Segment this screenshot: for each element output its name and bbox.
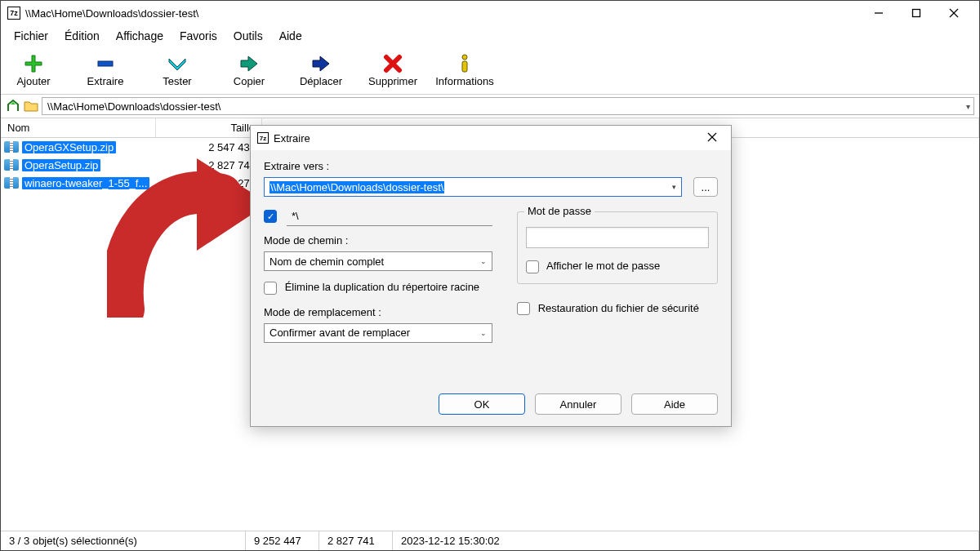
overwrite-select[interactable]: Confirmer avant de remplacer ⌄ [264, 323, 492, 343]
status-date: 2023-12-12 15:30:02 [393, 531, 979, 550]
chevron-down-icon[interactable]: ▾ [966, 102, 970, 111]
info-label: Informations [435, 75, 494, 87]
minus-icon [94, 54, 117, 73]
dialog-close-button[interactable] [700, 131, 724, 144]
maximize-button[interactable] [898, 1, 935, 25]
column-name[interactable]: Nom [1, 118, 156, 137]
path-mode-select[interactable]: Nom de chemin complet ⌄ [264, 251, 492, 271]
path-value: \\Mac\Home\Downloads\dossier-test\ [47, 100, 220, 113]
file-size: 2 827 741 [156, 159, 262, 171]
help-button[interactable]: Aide [631, 393, 718, 415]
file-name: OperaSetup.zip [22, 159, 100, 171]
arrow-right-move-icon [310, 54, 332, 73]
close-icon [707, 132, 717, 142]
overwrite-value: Confirmer avant de remplacer [270, 327, 410, 339]
chevron-down-icon[interactable]: ⌄ [480, 329, 487, 337]
chevron-down-icon[interactable]: ⌄ [480, 257, 487, 265]
show-password-label: Afficher le mot de passe [546, 260, 660, 272]
extract-button[interactable]: Extraire [81, 54, 130, 87]
add-button[interactable]: Ajouter [9, 54, 58, 87]
path-mode-label: Mode de chemin : [264, 234, 492, 247]
menu-fav[interactable]: Favoris [172, 27, 225, 45]
subdir-value: *\ [292, 210, 299, 222]
file-name: winaero-tweaker_1-55_f... [22, 177, 149, 189]
plus-icon [22, 54, 45, 73]
check-icon [166, 54, 189, 73]
archive-icon [4, 141, 19, 153]
browse-button[interactable]: ... [693, 177, 718, 197]
dialog-titlebar: 7z Extraire [251, 126, 731, 150]
password-legend: Mot de passe [524, 205, 595, 217]
extract-to-value: \\Mac\Home\Downloads\dossier-test\ [270, 181, 444, 193]
close-button[interactable] [935, 1, 973, 25]
file-size: 3 877 275 [156, 177, 262, 189]
overwrite-label: Mode de remplacement : [264, 306, 492, 318]
toolbar: Ajouter Extraire Tester Copier Déplacer … [1, 47, 979, 94]
copy-button[interactable]: Copier [225, 54, 274, 87]
cancel-button[interactable]: Annuler [535, 393, 621, 415]
delete-button[interactable]: Supprimer [368, 54, 417, 87]
move-label: Déplacer [300, 75, 342, 87]
menubar: Fichier Édition Affichage Favoris Outils… [1, 25, 979, 47]
seven-zip-window: 7z \\Mac\Home\Downloads\dossier-test\ Fi… [0, 0, 980, 551]
menu-help[interactable]: Aide [271, 27, 310, 45]
path-mode-value: Nom de chemin complet [270, 256, 384, 268]
show-password-checkbox[interactable] [526, 260, 539, 273]
password-group: Mot de passe Afficher le mot de passe [517, 211, 718, 284]
svg-rect-6 [462, 61, 467, 72]
svg-rect-4 [98, 61, 113, 66]
pathbar: \\Mac\Home\Downloads\dossier-test\ ▾ [1, 94, 979, 118]
menu-edit[interactable]: Édition [56, 27, 108, 45]
subdir-checkbox[interactable]: ✓ [264, 210, 277, 223]
extract-to-field[interactable]: \\Mac\Home\Downloads\dossier-test\ ▾ [264, 177, 682, 197]
file-size: 2 547 431 [156, 141, 262, 153]
move-button[interactable]: Déplacer [296, 54, 345, 87]
file-name: OperaGXSetup.zip [22, 141, 116, 153]
x-icon [381, 54, 404, 73]
folder-icon [24, 100, 38, 113]
eliminate-dup-label: Élimine la duplication du répertoire rac… [285, 281, 479, 293]
svg-point-5 [462, 55, 467, 60]
extract-dialog: 7z Extraire Extraire vers : \\Mac\Home\D… [250, 125, 732, 427]
archive-icon [4, 159, 19, 171]
up-folder-icon[interactable] [6, 99, 20, 113]
path-field[interactable]: \\Mac\Home\Downloads\dossier-test\ ▾ [42, 97, 974, 115]
svg-rect-1 [913, 10, 920, 17]
app-icon: 7z [257, 132, 269, 144]
titlebar: 7z \\Mac\Home\Downloads\dossier-test\ [1, 1, 979, 25]
extract-label: Extraire [87, 75, 124, 87]
restore-security-checkbox[interactable] [517, 302, 530, 315]
info-icon [453, 54, 476, 73]
info-button[interactable]: Informations [440, 54, 489, 87]
window-title: \\Mac\Home\Downloads\dossier-test\ [25, 7, 860, 20]
minimize-button[interactable] [860, 1, 898, 25]
column-size[interactable]: Taille [156, 118, 262, 137]
dialog-title: Extraire [274, 132, 700, 144]
app-icon: 7z [7, 7, 20, 20]
ok-button[interactable]: OK [439, 393, 525, 415]
subdir-field[interactable]: *\ [287, 207, 492, 226]
status-sel-size: 2 827 741 [319, 531, 393, 550]
status-selection: 3 / 3 objet(s) sélectionné(s) [1, 531, 246, 550]
menu-view[interactable]: Affichage [108, 27, 172, 45]
archive-icon [4, 177, 19, 189]
statusbar: 3 / 3 objet(s) sélectionné(s) 9 252 447 … [1, 531, 979, 550]
delete-label: Supprimer [368, 75, 417, 87]
test-button[interactable]: Tester [153, 54, 202, 87]
eliminate-dup-checkbox[interactable] [264, 282, 277, 295]
restore-security-label: Restauration du fichier de sécurité [538, 302, 699, 314]
menu-tools[interactable]: Outils [225, 27, 271, 45]
test-label: Tester [163, 75, 191, 87]
menu-file[interactable]: Fichier [6, 27, 56, 45]
add-label: Ajouter [16, 75, 50, 87]
status-total: 9 252 447 [246, 531, 319, 550]
extract-to-label: Extraire vers : [264, 160, 718, 172]
arrow-right-copy-icon [238, 54, 261, 73]
copy-label: Copier [234, 75, 265, 87]
chevron-down-icon[interactable]: ▾ [672, 183, 676, 191]
password-field[interactable] [526, 227, 709, 248]
